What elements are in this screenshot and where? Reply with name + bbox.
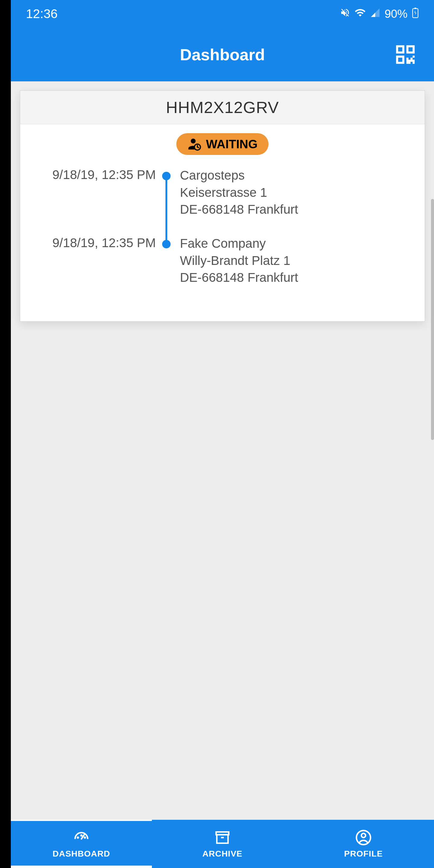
status-text: WAITING xyxy=(206,137,257,151)
nav-dashboard[interactable]: DASHBOARD xyxy=(11,820,152,868)
person-waiting-icon xyxy=(187,137,202,151)
stop-marker xyxy=(156,167,177,218)
bottom-nav: DASHBOARD ARCHIVE PROFILE xyxy=(11,820,434,868)
status-time: 12:36 xyxy=(26,7,58,21)
svg-rect-9 xyxy=(217,835,228,843)
stop-time: 9/18/19, 12:35 PM xyxy=(38,167,156,218)
scrollbar[interactable] xyxy=(431,199,434,440)
archive-icon xyxy=(214,829,231,846)
card-body: WAITING 9/18/19, 12:35 PM Cargosteps Kei… xyxy=(20,124,425,321)
card-header: HHM2X12GRV xyxy=(20,91,425,124)
status-icons: 90% xyxy=(340,7,419,21)
qr-icon xyxy=(393,42,418,67)
wifi-icon xyxy=(354,7,366,21)
stop-city: DE-668148 Frankfurt xyxy=(180,269,407,286)
battery-icon xyxy=(412,7,419,21)
nav-archive[interactable]: ARCHIVE xyxy=(152,820,293,868)
shipment-card[interactable]: HHM2X12GRV WAITING xyxy=(20,90,425,321)
stop-company: Fake Company xyxy=(180,235,407,252)
battery-text: 90% xyxy=(384,7,407,21)
gauge-icon xyxy=(73,829,90,846)
nav-label: ARCHIVE xyxy=(202,849,242,859)
nav-indicator xyxy=(11,866,152,868)
svg-point-5 xyxy=(81,835,82,836)
svg-point-2 xyxy=(191,138,195,144)
nav-label: PROFILE xyxy=(344,849,383,859)
qr-scan-button[interactable] xyxy=(392,41,419,68)
tracking-code: HHM2X12GRV xyxy=(27,98,417,117)
svg-rect-1 xyxy=(414,7,416,8)
app-header: Dashboard xyxy=(11,28,434,82)
stop-company: Cargosteps xyxy=(180,167,407,184)
stop-street: Willy-Brandt Platz 1 xyxy=(180,252,407,270)
timeline: 9/18/19, 12:35 PM Cargosteps Keiserstras… xyxy=(38,167,407,286)
stop-details: Fake Company Willy-Brandt Platz 1 DE-668… xyxy=(177,235,407,286)
page-title: Dashboard xyxy=(180,45,265,64)
main-content: HHM2X12GRV WAITING xyxy=(11,82,434,820)
stop-city: DE-668148 Frankfurt xyxy=(180,201,407,218)
stop-marker xyxy=(156,235,177,286)
timeline-stop: 9/18/19, 12:35 PM Cargosteps Keiserstras… xyxy=(38,167,407,218)
status-badge-wrapper: WAITING xyxy=(38,133,407,155)
signal-icon xyxy=(370,7,380,21)
svg-point-4 xyxy=(78,837,79,838)
mute-icon xyxy=(340,7,350,21)
svg-point-12 xyxy=(361,833,366,838)
nav-label: DASHBOARD xyxy=(53,849,110,859)
status-badge: WAITING xyxy=(176,133,268,155)
status-bar: 12:36 90% xyxy=(11,0,434,28)
svg-point-6 xyxy=(84,837,85,838)
profile-icon xyxy=(355,829,372,846)
stop-details: Cargosteps Keiserstrasse 1 DE-668148 Fra… xyxy=(177,167,407,218)
timeline-stop: 9/18/19, 12:35 PM Fake Company Willy-Bra… xyxy=(38,235,407,286)
stop-street: Keiserstrasse 1 xyxy=(180,184,407,201)
stop-time: 9/18/19, 12:35 PM xyxy=(38,235,156,286)
nav-profile[interactable]: PROFILE xyxy=(293,820,434,868)
